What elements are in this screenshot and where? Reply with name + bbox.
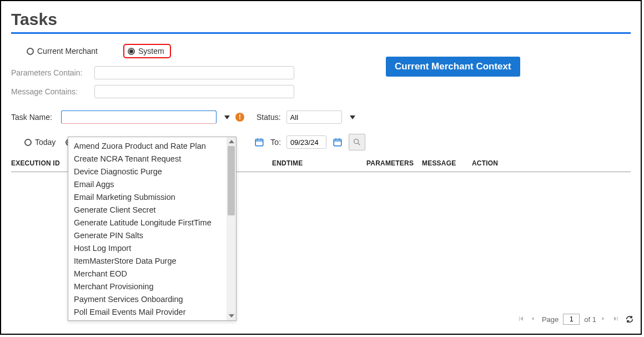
pager-prev-icon[interactable] (530, 315, 537, 323)
radio-icon (128, 48, 135, 55)
scope-current-merchant-radio[interactable]: Current Merchant (23, 46, 101, 57)
search-icon (353, 138, 361, 147)
task-name-option[interactable]: Poll Email Events Mail Provider (68, 305, 227, 318)
task-name-option[interactable]: Merchant EOD (68, 267, 227, 280)
task-name-dropdown-trigger[interactable] (224, 115, 230, 119)
radio-icon (27, 48, 34, 55)
pager-first-icon[interactable] (517, 315, 525, 323)
task-name-option[interactable]: Generate Latitude Longitude FirstTime (68, 216, 227, 229)
task-name-option[interactable]: Create NCRA Tenant Request (68, 152, 227, 165)
scroll-thumb[interactable] (228, 146, 235, 215)
col-message: MESSAGE (422, 159, 472, 167)
pager-page-label: Page (542, 315, 559, 324)
today-radio[interactable]: Today (21, 137, 59, 148)
calendar-from-icon[interactable] (254, 137, 265, 148)
task-name-option[interactable]: Generate PIN Salts (68, 229, 227, 242)
task-name-input[interactable] (61, 110, 217, 124)
col-execution-id: EXECUTION ID (11, 159, 61, 167)
dropdown-scrollbar[interactable] (227, 137, 236, 320)
warning-icon: ! (235, 113, 244, 122)
task-name-option[interactable]: ItemMasterStore Data Purge (68, 254, 227, 267)
task-name-option[interactable]: Email Marketing Submission (68, 190, 227, 203)
task-name-dropdown-panel: Amend Zuora Product and Rate PlanCreate … (68, 137, 237, 321)
search-button[interactable] (349, 134, 365, 150)
task-name-option[interactable]: Payment Services Onboarding (68, 293, 227, 305)
scroll-up-button[interactable] (227, 137, 236, 146)
parameters-contain-label: Parameters Contain: (11, 68, 89, 77)
parameters-contain-input[interactable] (94, 66, 294, 79)
pager-page-input[interactable] (563, 314, 580, 325)
pager-last-icon[interactable] (613, 315, 621, 323)
refresh-icon[interactable] (625, 315, 634, 324)
pager: Page of 1 (517, 314, 634, 325)
svg-point-2 (354, 139, 359, 144)
task-name-option[interactable]: Amend Zuora Product and Rate Plan (68, 139, 227, 152)
status-select[interactable] (286, 110, 342, 124)
scope-system-label: System (138, 47, 164, 56)
page-title: Tasks (11, 8, 631, 29)
scope-current-merchant-label: Current Merchant (37, 47, 98, 56)
task-name-option[interactable]: Email Aggs (68, 178, 227, 190)
scope-system-radio[interactable]: System (123, 44, 171, 58)
today-label: Today (35, 138, 56, 147)
message-contains-input[interactable] (94, 85, 294, 98)
radio-icon (24, 139, 32, 146)
status-dropdown-trigger[interactable] (350, 115, 355, 119)
task-name-option[interactable]: Host Log Import (68, 242, 227, 254)
task-name-option[interactable]: Generate Client Secret (68, 203, 227, 216)
svg-rect-1 (334, 139, 341, 146)
status-label: Status: (256, 113, 281, 122)
col-parameters: PARAMETERS (366, 159, 422, 167)
pager-next-icon[interactable] (601, 315, 608, 323)
to-label: To: (270, 138, 281, 147)
col-action: ACTION (472, 159, 522, 167)
task-name-option[interactable]: Device Diagnostic Purge (68, 165, 227, 178)
task-name-option[interactable]: Merchant Provisioning (68, 280, 227, 293)
col-endtime: ENDTIME (272, 159, 366, 167)
title-divider (11, 32, 631, 34)
current-merchant-context-button[interactable]: Current Merchant Context (386, 57, 520, 77)
date-to-input[interactable] (286, 135, 326, 149)
pager-of-label: of 1 (584, 315, 596, 324)
message-contains-label: Message Contains: (11, 87, 89, 96)
scroll-down-button[interactable] (227, 311, 236, 320)
svg-rect-0 (256, 139, 264, 146)
task-name-label: Task Name: (11, 113, 56, 122)
calendar-to-icon[interactable] (332, 137, 343, 148)
